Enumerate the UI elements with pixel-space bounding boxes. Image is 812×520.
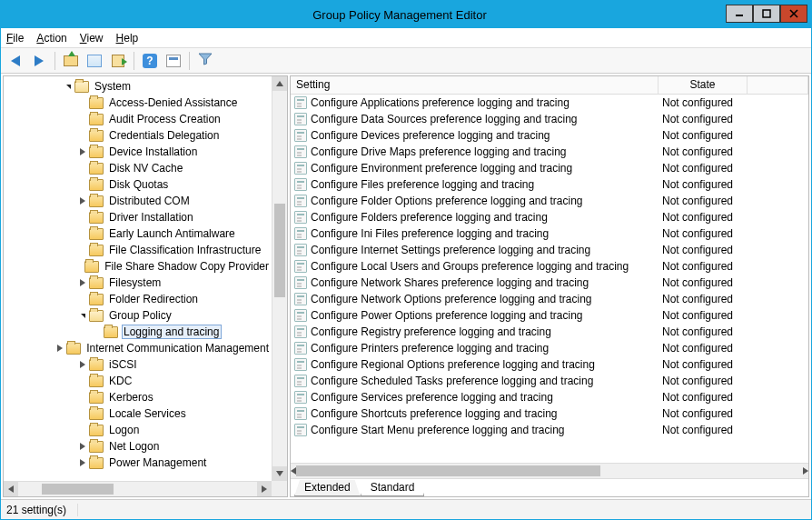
tree-node[interactable]: Net Logon xyxy=(4,438,272,455)
tree-node[interactable]: Disk NV Cache xyxy=(4,160,272,176)
tree-node[interactable]: Logging and tracing xyxy=(4,324,272,340)
list-row[interactable]: Configure Data Sources preference loggin… xyxy=(291,111,808,127)
menu-bar: FileActionViewHelp xyxy=(1,28,811,48)
tree-node[interactable]: Early Launch Antimalware xyxy=(4,225,272,242)
tree-pane: SystemAccess-Denied AssistanceAudit Proc… xyxy=(3,75,288,497)
tree-node[interactable]: Filesystem xyxy=(4,275,272,291)
tree-node[interactable]: Disk Quotas xyxy=(4,176,272,193)
tree-expander-icon[interactable] xyxy=(76,456,89,469)
help-button[interactable]: ? xyxy=(139,50,161,72)
list-row[interactable]: Configure Services preference logging an… xyxy=(291,389,808,405)
view-tabs: ExtendedStandard xyxy=(291,478,808,496)
tree-node[interactable]: Group Policy xyxy=(4,307,272,324)
tree-expander-icon[interactable] xyxy=(62,80,74,93)
list-row[interactable]: Configure Folders preference logging and… xyxy=(291,209,808,225)
column-header-setting[interactable]: Setting xyxy=(291,76,659,94)
tree-node[interactable]: System xyxy=(4,78,272,95)
tree-node[interactable]: Kerberos xyxy=(4,389,272,405)
list-row[interactable]: Configure Registry preference logging an… xyxy=(291,324,808,340)
tree-node[interactable]: Access-Denied Assistance xyxy=(4,95,272,111)
scroll-left-button[interactable] xyxy=(4,482,18,496)
funnel-icon xyxy=(198,52,213,69)
toggle-tree-button[interactable] xyxy=(84,50,105,72)
forward-button[interactable] xyxy=(28,50,50,72)
list-row[interactable]: Configure Applications preference loggin… xyxy=(291,95,808,111)
list-row[interactable]: Configure Network Options preference log… xyxy=(291,291,808,307)
menu-action[interactable]: Action xyxy=(36,32,66,45)
tree-node[interactable]: iSCSI xyxy=(4,356,272,373)
list-row[interactable]: Configure Start Menu preference logging … xyxy=(291,422,808,438)
tree-node[interactable]: Credentials Delegation xyxy=(4,127,272,144)
up-one-level-button[interactable] xyxy=(60,50,82,72)
tree-vertical-scrollbar[interactable] xyxy=(272,76,287,481)
menu-view[interactable]: View xyxy=(80,32,104,45)
back-button[interactable] xyxy=(5,50,26,72)
minimize-button[interactable] xyxy=(726,5,753,23)
menu-file[interactable]: File xyxy=(6,32,24,45)
tree-expander-icon[interactable] xyxy=(76,358,89,371)
list-row[interactable]: Configure Devices preference logging and… xyxy=(291,127,808,144)
close-button[interactable] xyxy=(780,5,807,23)
tree-spacer xyxy=(76,227,89,240)
setting-name: Configure Drive Maps preference logging … xyxy=(311,145,567,158)
column-header-state[interactable]: State xyxy=(659,76,748,94)
scroll-right-button[interactable] xyxy=(257,482,272,496)
tree-node[interactable]: File Classification Infrastructure xyxy=(4,242,272,258)
list-row[interactable]: Configure Scheduled Tasks preference log… xyxy=(291,373,808,389)
tab-extended[interactable]: Extended xyxy=(294,480,361,496)
tree-expander-icon[interactable] xyxy=(76,440,89,453)
tree-node[interactable]: Device Installation xyxy=(4,144,272,160)
filter-button[interactable] xyxy=(194,50,216,72)
list-row[interactable]: Configure Power Options preference loggi… xyxy=(291,307,808,324)
export-list-button[interactable] xyxy=(107,50,129,72)
maximize-button[interactable] xyxy=(753,5,780,23)
tree-node[interactable]: Audit Process Creation xyxy=(4,111,272,127)
tree-node[interactable]: KDC xyxy=(4,373,272,389)
tree-node-label: Driver Installation xyxy=(107,210,196,225)
tree-horizontal-scrollbar[interactable] xyxy=(4,481,272,496)
menu-help[interactable]: Help xyxy=(116,32,139,45)
tree-node[interactable]: Internet Communication Management xyxy=(4,340,272,356)
tree-expander-icon[interactable] xyxy=(76,276,89,289)
tree-expander-icon[interactable] xyxy=(76,309,89,322)
tree-expander-icon[interactable] xyxy=(76,195,89,207)
policy-tree[interactable]: SystemAccess-Denied AssistanceAudit Proc… xyxy=(4,76,272,481)
list-row[interactable]: Configure Folder Options preference logg… xyxy=(291,193,808,209)
tree-node[interactable]: Logon xyxy=(4,422,272,438)
tree-node[interactable]: Distributed COM xyxy=(4,193,272,209)
list-row[interactable]: Configure Regional Options preference lo… xyxy=(291,356,808,373)
list-horizontal-scrollbar[interactable] xyxy=(291,463,808,478)
policy-item-icon xyxy=(294,244,307,256)
tree-expander-icon[interactable] xyxy=(76,145,89,158)
tree-expander-icon[interactable] xyxy=(54,342,66,355)
settings-list[interactable]: Configure Applications preference loggin… xyxy=(291,95,808,463)
list-row[interactable]: Configure Files preference logging and t… xyxy=(291,176,808,193)
list-row[interactable]: Configure Local Users and Groups prefere… xyxy=(291,258,808,275)
scroll-down-button[interactable] xyxy=(272,466,287,481)
scroll-up-button[interactable] xyxy=(272,76,287,91)
tab-standard[interactable]: Standard xyxy=(361,480,425,496)
list-row[interactable]: Configure Drive Maps preference logging … xyxy=(291,144,808,160)
tree-spacer xyxy=(76,162,89,175)
list-row[interactable]: Configure Printers preference logging an… xyxy=(291,340,808,356)
properties-button[interactable] xyxy=(163,50,184,72)
list-row[interactable]: Configure Internet Settings preference l… xyxy=(291,242,808,258)
list-row[interactable]: Configure Shortcuts preference logging a… xyxy=(291,405,808,422)
folder-icon xyxy=(89,114,104,125)
folder-icon xyxy=(89,179,104,191)
setting-name: Configure Internet Settings preference l… xyxy=(311,244,590,256)
tree-node-label: Distributed COM xyxy=(107,194,193,208)
setting-name: Configure Registry preference logging an… xyxy=(311,325,551,338)
scroll-right-button[interactable] xyxy=(803,467,808,475)
properties-icon xyxy=(166,55,181,67)
tree-node[interactable]: Driver Installation xyxy=(4,209,272,225)
policy-item-icon xyxy=(294,293,307,305)
tree-node[interactable]: Folder Redirection xyxy=(4,291,272,307)
tree-node[interactable]: Locale Services xyxy=(4,405,272,422)
list-row[interactable]: Configure Network Shares preference logg… xyxy=(291,275,808,291)
setting-name: Configure Applications preference loggin… xyxy=(311,96,569,109)
tree-node[interactable]: File Share Shadow Copy Provider xyxy=(4,258,272,275)
list-row[interactable]: Configure Ini Files preference logging a… xyxy=(291,225,808,242)
list-row[interactable]: Configure Environment preference logging… xyxy=(291,160,808,176)
tree-node[interactable]: Power Management xyxy=(4,455,272,471)
